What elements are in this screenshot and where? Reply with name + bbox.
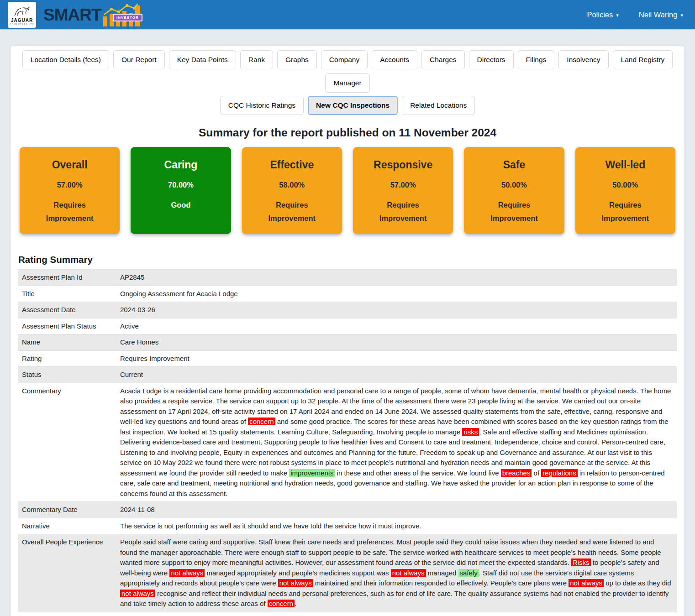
row-label: Commentary [18,383,116,502]
rating-card-percent: 50.00% [468,181,560,189]
row-value: Active [116,318,677,334]
highlight-red: concern [248,418,275,425]
tab-cqc-historic-ratings[interactable]: CQC Historic Ratings [220,96,304,115]
jaguar-logo-subtitle: COMPUTERS LTD [10,24,34,26]
row-label: Title [18,286,116,302]
rating-card-percent: 58.00% [246,181,338,189]
row-label: Name [18,334,116,350]
row-value: 2024-07-03 [116,612,677,616]
jaguar-logo[interactable]: JAGUAR COMPUTERS LTD [8,2,36,28]
row-value: Requires Improvement [116,351,677,367]
highlight-green: improvements [289,469,335,477]
tab-company[interactable]: Company [321,50,368,69]
table-row-title: TitleOngoing Assessment for Acacia Lodge [18,286,677,303]
highlight-red: not always [278,579,313,587]
rating-card-effective: Effective58.00%Requires Improvement [242,147,342,234]
highlight-red: concern [268,600,295,607]
row-value: Ongoing Assessment for Acacia Lodge [116,286,677,302]
table-row-rating: RatingRequires Improvement [18,351,677,367]
rating-card-title: Responsive [357,159,449,171]
rating-card-rating: Requires Improvement [595,198,655,225]
tab-rank[interactable]: Rank [240,50,273,69]
highlight-red: not always [120,590,155,597]
row-value: 2024-03-26 [116,302,677,318]
rating-card-rating: Good [151,198,211,212]
tab-manager[interactable]: Manager [325,73,369,93]
row-value: Care Homes [116,334,677,350]
rating-card-rating: Requires Improvement [484,198,544,225]
user-name-label: Neil Waring [639,10,678,19]
rating-card-title: Well-led [579,159,672,171]
chevron-down-icon: ▾ [680,12,683,18]
row-label: Assessment Date [18,302,116,318]
jaguar-logo-title: JAGUAR [11,18,33,23]
smart-logo-word: SMART [43,6,101,23]
rating-card-rating: Requires Improvement [262,198,321,225]
top-navbar: JAGUAR COMPUTERS LTD SMART INVESTOR Poli [0,0,695,29]
row-label: Assessment Plan Id [18,270,116,286]
rating-card-percent: 57.00% [357,181,449,189]
tab-new-cqc-inspections[interactable]: New CQC Inspections [308,96,398,115]
rating-card-safe: Safe50.00%Requires Improvement [464,147,564,234]
highlight-green: safely [458,569,479,577]
rating-card-percent: 70.00% [134,181,227,189]
tab-key-data-points[interactable]: Key Data Points [169,50,236,69]
table-row-status: StatusCurrent [18,367,677,383]
policies-dropdown[interactable]: Policies ▾ [587,10,618,19]
rating-card-overall: Overall57.00%Requires Improvement [20,147,120,234]
table-row-narrative: NarrativeThe service is not performing a… [18,518,677,535]
table-row-overall-people-experience-date: Overall People Experience Date2024-07-03 [18,612,677,616]
report-summary-heading: Summary for the report published on 11 N… [18,126,677,139]
table-row-assessment-plan-status: Assessment Plan StatusActive [18,318,677,335]
highlight-red: not always [169,569,205,577]
tab-related-locations[interactable]: Related Locations [402,96,475,115]
tab-accounts[interactable]: Accounts [372,50,417,69]
highlight-red: risks [462,428,479,436]
row-value: People said staff were caring and suppor… [116,534,677,612]
rating-card-rating: Requires Improvement [40,198,100,225]
rating-cards-row: Overall57.00%Requires ImprovementCaring7… [20,147,675,234]
row-label: Overall People Experience [18,534,116,612]
tab-charges[interactable]: Charges [421,50,465,69]
row-value: Acacia Lodge is a residential care home … [116,383,677,502]
row-value: AP2845 [116,270,677,286]
rating-card-percent: 57.00% [23,181,116,189]
tab-directors[interactable]: Directors [469,50,514,69]
tab-insolvency[interactable]: Insolvency [558,50,608,69]
highlight-red: breaches [501,469,532,477]
tab-our-report[interactable]: Our Report [113,50,165,69]
rating-card-rating: Requires Improvement [374,198,433,225]
row-label: Narrative [18,518,116,534]
rating-card-title: Effective [246,159,338,171]
tab-filings[interactable]: Filings [518,50,555,69]
smart-investor-logo[interactable]: SMART INVESTOR [43,2,142,27]
row-label: Commentary Date [18,502,116,518]
highlight-red: not always [569,579,604,587]
tab-graphs[interactable]: Graphs [277,50,317,69]
jaguar-cat-icon [14,5,30,18]
highlight-red: not always [391,569,426,577]
tab-land-registry[interactable]: Land Registry [613,50,673,69]
policies-label: Policies [587,10,613,19]
table-row-assessment-date: Assessment Date2024-03-26 [18,302,677,318]
chevron-down-icon: ▾ [616,12,619,18]
rating-card-percent: 50.00% [579,181,672,189]
user-dropdown[interactable]: Neil Waring ▾ [639,10,683,19]
rating-card-caring: Caring70.00%Good [131,147,231,234]
table-row-name: NameCare Homes [18,334,677,351]
tab-row-secondary: CQC Historic RatingsNew CQC InspectionsR… [18,96,677,115]
rating-card-responsive: Responsive57.00%Requires Improvement [353,147,453,234]
rating-card-title: Safe [468,159,560,171]
row-value: 2024-11-08 [116,502,677,518]
row-label: Assessment Plan Status [18,318,116,334]
highlight-red: Risks [571,559,591,566]
row-label: Overall People Experience Date [18,612,116,616]
tab-row-primary: Location Details (fees)Our ReportKey Dat… [18,50,677,93]
rating-card-title: Caring [134,159,227,171]
table-row-overall-people-experience: Overall People ExperiencePeople said sta… [18,534,677,612]
table-row-commentary-date: Commentary Date2024-11-08 [18,502,677,518]
row-value: The service is not performing as well as… [116,518,677,534]
row-label: Rating [18,351,116,367]
rating-card-title: Overall [23,159,116,171]
tab-location-details-fees[interactable]: Location Details (fees) [22,50,109,69]
